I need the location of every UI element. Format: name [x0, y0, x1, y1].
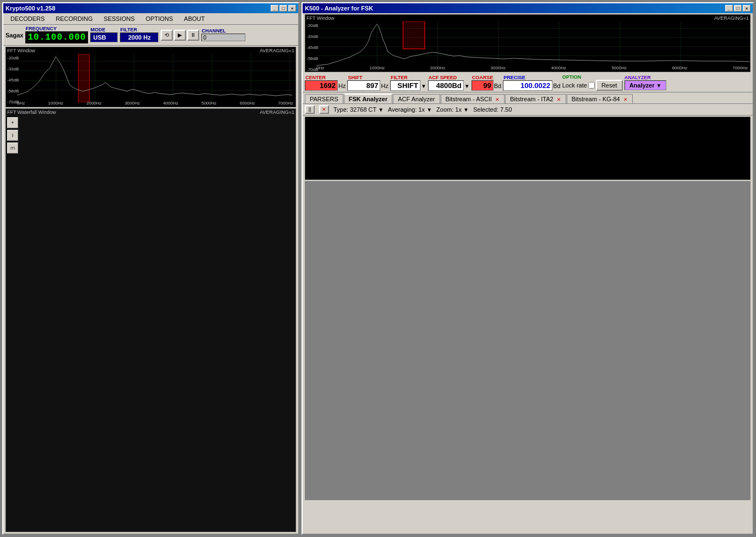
menu-bar: DECODERS RECORDING SESSIONS OPTIONS ABOU… — [3, 13, 298, 25]
zoom-chevron: ▼ — [463, 107, 469, 113]
filter-fsk-value[interactable]: SHIFT — [390, 80, 420, 91]
averaging-display: Averaging: 1x ▼ — [388, 106, 432, 113]
svg-rect-23 — [403, 21, 425, 49]
center-group: CENTER 1692 Hz — [305, 75, 346, 91]
zoom-display: Zoom: 1x ▼ — [436, 106, 469, 113]
reset-btn[interactable]: Reset — [596, 80, 623, 91]
coarse-value[interactable]: 99 — [472, 80, 494, 91]
acf-speed-value[interactable]: 4800Bd — [428, 80, 464, 91]
right-window-controls: _ □ × — [725, 5, 750, 12]
channel-group: CHANNEL 0 — [201, 29, 245, 41]
selected-value-display: 7.50 — [500, 106, 512, 113]
menu-decoders[interactable]: DECODERS — [6, 14, 50, 23]
filter-chevron: ▼ — [421, 83, 426, 89]
analysis-pause-btn[interactable]: || — [305, 105, 315, 114]
left-fft-svg — [17, 54, 295, 102]
waterfall-label: FFT Waterfall Window — [7, 109, 56, 115]
type-chevron: ▼ — [378, 107, 384, 113]
analyzer-label: ANALYZER — [624, 75, 651, 80]
precise-value[interactable]: 100.0022 — [503, 80, 552, 91]
filter-label: FILTER — [120, 28, 137, 32]
left-window: Krypto500 v1.258 _ □ × DECODERS RECORDIN… — [2, 2, 299, 535]
filter-fsk-label: FILTER — [390, 75, 408, 80]
filter-group: FILTER 2000 Hz — [120, 28, 158, 42]
selected-display: Selected: 7.50 — [473, 106, 512, 113]
menu-sessions[interactable]: SESSIONS — [99, 14, 140, 23]
acf-chevron: ▼ — [464, 83, 470, 89]
channel-value: 0 — [202, 35, 206, 41]
averaging-value: 1x ▼ — [419, 106, 432, 113]
menu-options[interactable]: OPTIONS — [141, 14, 178, 23]
wf-plus-btn[interactable]: + — [7, 117, 18, 128]
acf-speed-group: ACF SPEED 4800Bd ▼ — [428, 75, 470, 91]
option-group: OPTION Lock rate Reset — [562, 74, 623, 91]
lockrate-label: Lock rate — [562, 82, 587, 89]
analyzer-value[interactable]: Analyzer ▼ — [624, 80, 667, 90]
waterfall-canvas-area — [20, 116, 295, 531]
close-ascii-tab[interactable]: ✕ — [495, 97, 500, 102]
channel-label: CHANNEL — [201, 29, 226, 34]
filter-display[interactable]: 2000 Hz — [120, 32, 158, 42]
station-group: Sagax — [6, 32, 23, 39]
menu-recording[interactable]: RECORDING — [51, 14, 97, 23]
analysis-stop-btn[interactable]: ✕ — [319, 105, 329, 114]
play-btn[interactable]: ▶ — [174, 30, 186, 41]
right-minimize-btn[interactable]: _ — [725, 5, 733, 12]
right-window: K500 - Analyzer for FSK _ □ × FFT Window… — [302, 2, 754, 535]
bitstream-display — [305, 181, 750, 500]
frequency-display[interactable]: 10.100.000 — [25, 31, 88, 43]
acf-chart — [305, 117, 750, 180]
tab-bitstream-kg84[interactable]: Bitstream - KG-84 ✕ — [567, 94, 633, 103]
tab-acf-analyzer[interactable]: ACF Analyzer — [393, 94, 440, 103]
precise-group: PRECISE 100.0022 Bd — [503, 75, 560, 91]
tab-fsk-analyzer[interactable]: FSK Analyzer — [344, 94, 393, 103]
tab-parsers[interactable]: PARSERS — [305, 94, 343, 103]
left-fft-window: FFT Window AVERAGING=1 -20dB -33dB -45dB… — [6, 47, 296, 107]
mode-group: MODE USB — [90, 28, 118, 42]
wf-iti-btn[interactable]: ITI — [7, 143, 18, 154]
close-btn[interactable]: × — [288, 5, 296, 12]
loop-btn[interactable]: ⟲ — [161, 30, 173, 41]
shift-value[interactable]: 897 — [347, 80, 380, 91]
minimize-btn[interactable]: _ — [271, 5, 278, 12]
parser-tabs: PARSERS FSK Analyzer ACF Analyzer Bitstr… — [303, 92, 753, 104]
coarse-group: COARSE 99 Bd — [472, 75, 501, 91]
center-value[interactable]: 1692 — [305, 80, 338, 91]
filter-fsk-group: FILTER SHIFT ▼ — [390, 75, 426, 91]
shift-group: SHIFT 897 Hz — [347, 75, 388, 91]
frequency-label: FREQUENCY — [25, 26, 57, 31]
center-label: CENTER — [305, 75, 326, 80]
right-close-btn[interactable]: × — [743, 5, 750, 12]
left-hz-labels: 0Hz 1000Hz 2000Hz 3000Hz 4000Hz 5000Hz 6… — [17, 101, 293, 106]
left-averaging-label: AVERAGING=1 — [260, 48, 294, 53]
acf-speed-label: ACF SPEED — [428, 75, 458, 80]
right-fft-svg — [316, 21, 750, 67]
menu-about[interactable]: ABOUT — [179, 14, 210, 23]
left-db-labels: -20dB -33dB -45dB -58dB -70dB — [7, 56, 19, 105]
precise-label: PRECISE — [503, 75, 526, 80]
tab-bitstream-ascii[interactable]: Bitstream - ASCII ✕ — [441, 94, 505, 103]
right-title-bar: K500 - Analyzer for FSK _ □ × — [303, 3, 753, 13]
tab-bitstream-ita2[interactable]: Bitstream - ITA2 ✕ — [505, 94, 566, 103]
waterfall-controls: + I ITI — [7, 117, 18, 154]
station-label: Sagax — [6, 32, 23, 39]
pause-btn[interactable]: ⏸ — [187, 30, 199, 41]
left-fft-label: FFT Window — [7, 48, 35, 53]
close-kg84-tab[interactable]: ✕ — [623, 97, 628, 102]
right-fft-window: FFT Window AVERAGING=1 -20dB -33dB -45dB… — [305, 14, 750, 72]
coarse-label: COARSE — [472, 75, 494, 80]
maximize-btn[interactable]: □ — [280, 5, 287, 12]
fsk-toolbar: CENTER 1692 Hz SHIFT 897 Hz FILTER SHIFT… — [303, 73, 753, 92]
wf-i-btn[interactable]: I — [7, 130, 18, 141]
close-ita2-tab[interactable]: ✕ — [557, 97, 561, 102]
left-waterfall-window: FFT Waterfall Window AVERAGING=1 + I ITI — [6, 108, 296, 532]
waterfall-avg: AVERAGING=1 — [260, 109, 294, 115]
mode-select[interactable]: USB — [90, 32, 118, 42]
type-label: Type: 32768 CT ▼ — [333, 106, 384, 113]
playback-buttons: ⟲ ▶ ⏸ — [161, 30, 199, 41]
channel-track[interactable]: 0 — [201, 34, 245, 41]
right-hz-labels: 0Hz 1000Hz 2000Hz 3000Hz 4000Hz 5000Hz 6… — [316, 65, 748, 70]
lockrate-checkbox[interactable] — [588, 82, 595, 89]
right-maximize-btn[interactable]: □ — [734, 5, 742, 12]
averaging-chevron: ▼ — [426, 107, 432, 113]
